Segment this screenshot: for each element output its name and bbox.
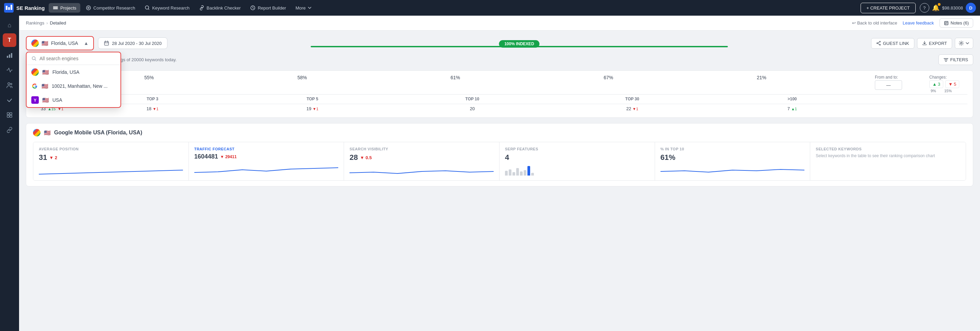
- from-to-input[interactable]: —: [875, 80, 902, 90]
- google-color-icon: [31, 83, 38, 89]
- main-content: Rankings › Detailed ↩ Back to old interf…: [19, 16, 980, 331]
- search-engine-trigger[interactable]: 🇺🇸 Florida, USA ▲: [26, 36, 94, 50]
- leave-feedback-link[interactable]: Leave feedback: [903, 21, 934, 25]
- svg-point-13: [8, 83, 10, 85]
- google-mobile-icon: [33, 129, 40, 137]
- calendar-icon: [104, 40, 109, 46]
- svg-rect-6: [53, 8, 58, 9]
- avg-position-value: 31 ▼ 2: [39, 153, 183, 162]
- guest-link-button[interactable]: GUEST LINK: [871, 38, 914, 49]
- metrics-grid: AVERAGE POSITION 31 ▼ 2 TRA: [33, 142, 966, 181]
- svg-rect-3: [11, 5, 12, 10]
- dropdown-item-manhattan[interactable]: 🇺🇸 10021, Manhattan, New ...: [27, 79, 121, 93]
- traffic-forecast-change: ▼ 29411: [220, 154, 237, 159]
- sidebar-activity-icon[interactable]: [3, 63, 16, 77]
- nav-backlink-checker[interactable]: Backlink Checker: [195, 3, 245, 13]
- bar-3: [512, 172, 515, 175]
- user-avatar[interactable]: D: [966, 3, 976, 13]
- svg-rect-10: [7, 56, 8, 58]
- sidebar-link-icon[interactable]: [3, 123, 16, 137]
- nav-more[interactable]: More: [292, 3, 316, 13]
- search-visibility-sparkline: [350, 165, 494, 175]
- search-visibility-label: SEARCH VISIBILITY: [350, 147, 494, 151]
- recheck-text: You can recheck rankings of 20000 keywor…: [75, 57, 934, 62]
- svg-rect-11: [9, 54, 10, 58]
- action-buttons: GUEST LINK EXPORT: [871, 38, 973, 49]
- dropdown-search-input[interactable]: [40, 56, 116, 61]
- search-engine-dropdown[interactable]: 🇺🇸 Florida, USA ▲ 🇺🇸 Flor: [26, 36, 94, 50]
- gt100-label: >100: [712, 97, 872, 102]
- from-to-label: From and to:: [875, 75, 927, 80]
- export-button[interactable]: EXPORT: [917, 38, 952, 49]
- left-sidebar: ⌂ T: [0, 16, 19, 331]
- back-to-old-interface-link[interactable]: ↩ Back to old interface: [852, 21, 897, 25]
- filter-icon: [943, 57, 948, 62]
- metric-selected-keywords: SELECTED KEYWORDS Select keywords in the…: [810, 142, 966, 180]
- sidebar-check-icon[interactable]: [3, 93, 16, 107]
- share-icon: [876, 41, 881, 46]
- google-mobile-header: 🇺🇸 Google Mobile USA (Florida, USA): [33, 129, 966, 137]
- metric-avg-position: AVERAGE POSITION 31 ▼ 2: [33, 142, 189, 180]
- pct-top10-label: % IN TOP 10: [660, 147, 805, 151]
- svg-point-25: [961, 43, 962, 44]
- svg-rect-5: [53, 8, 58, 8]
- svg-point-14: [11, 83, 12, 85]
- percentages-row: 55% 58% 61% 67% 21% From and to: — Chang…: [32, 75, 967, 93]
- bar-7-active: [527, 166, 530, 175]
- sidebar-grid-icon[interactable]: [3, 108, 16, 122]
- count-top5: 19 ▼1: [232, 106, 392, 111]
- breadcrumb-actions: ↩ Back to old interface Leave feedback N…: [852, 18, 973, 27]
- traffic-forecast-sparkline: [194, 163, 339, 174]
- date-picker-button[interactable]: 28 Jul 2020 - 30 Jul 2020: [98, 37, 167, 49]
- dropdown-item-florida[interactable]: 🇺🇸 Florida, USA: [27, 65, 121, 79]
- create-project-button[interactable]: + CREATE PROJECT: [861, 3, 915, 13]
- flag-usa: 🇺🇸: [41, 40, 48, 46]
- svg-rect-4: [53, 6, 58, 7]
- nav-right-actions: ? 🔔 $98.83008 D: [920, 3, 976, 13]
- settings-button[interactable]: [955, 38, 973, 49]
- changes-indicators: ▲3 ▼5: [929, 80, 967, 88]
- bar-5: [520, 172, 523, 175]
- change-down-indicator: ▼5: [945, 80, 959, 88]
- filters-button[interactable]: FILTERS: [939, 54, 974, 65]
- metric-serp-features: SERP FEATURES 4: [500, 142, 655, 180]
- notifications-button[interactable]: 🔔: [932, 4, 940, 11]
- dropdown-item-usa-yahoo[interactable]: Y 🇺🇸 USA: [27, 93, 121, 107]
- nav-report-builder[interactable]: Report Builder: [246, 3, 290, 13]
- svg-rect-17: [7, 115, 9, 117]
- selected-keywords-label: SELECTED KEYWORDS: [816, 147, 960, 151]
- google-mobile-section: 🇺🇸 Google Mobile USA (Florida, USA) AVER…: [26, 123, 973, 186]
- sidebar-home-icon[interactable]: ⌂: [3, 18, 16, 32]
- bar-6: [524, 170, 527, 175]
- sidebar-people-icon[interactable]: [3, 78, 16, 92]
- logo[interactable]: SE Ranking: [4, 3, 45, 13]
- svg-point-7: [86, 6, 91, 10]
- nav-competitor-research[interactable]: Competitor Research: [82, 3, 139, 13]
- help-button[interactable]: ?: [920, 3, 929, 13]
- pct-top10-sparkline: [660, 165, 805, 175]
- bar-4: [516, 168, 519, 175]
- google-icon: [31, 68, 39, 76]
- nav-projects[interactable]: Projects: [49, 3, 80, 13]
- changes-label: Changes:: [929, 75, 967, 80]
- change-up-indicator: ▲3: [929, 80, 943, 88]
- svg-point-23: [879, 44, 880, 45]
- svg-rect-18: [10, 115, 12, 117]
- count-top30: 22 ▼1: [552, 106, 712, 111]
- nav-keyword-research[interactable]: Keyword Research: [140, 3, 194, 13]
- content-area: 🇺🇸 Florida, USA ▲ 🇺🇸 Flor: [19, 30, 980, 331]
- notes-button[interactable]: Notes (6): [940, 18, 973, 27]
- avg-position-change: ▼ 2: [49, 155, 57, 160]
- svg-point-20: [32, 57, 35, 60]
- sidebar-analytics-icon[interactable]: [3, 48, 16, 62]
- breadcrumb-parent[interactable]: Rankings: [26, 21, 44, 25]
- selected-keywords-description: Select keywords in the table to see thei…: [816, 153, 960, 159]
- bar-1: [505, 171, 508, 175]
- top-labels-row: 33 TOP 3 TOP 5 TOP 10 TOP 30 >100: [32, 94, 967, 104]
- breadcrumb-separator: ›: [46, 21, 48, 25]
- date-range-text: 28 Jul 2020 - 30 Jul 2020: [112, 41, 162, 46]
- yahoo-icon: Y: [31, 96, 39, 104]
- traffic-forecast-value: 1604481 ▼ 29411: [194, 153, 339, 160]
- sidebar-project-icon[interactable]: T: [3, 33, 16, 47]
- account-balance[interactable]: $98.83008: [942, 5, 963, 11]
